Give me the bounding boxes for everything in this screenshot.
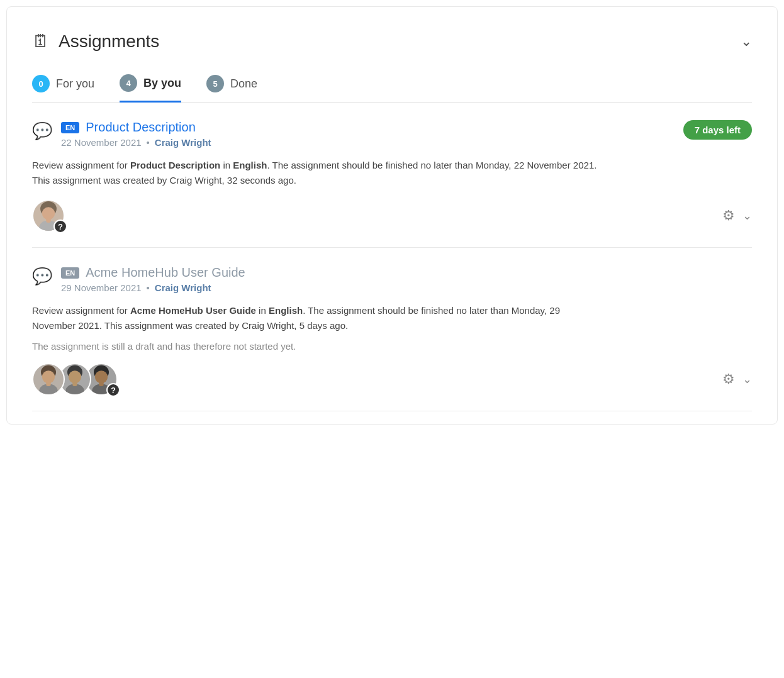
assignment-subtitle-2: 29 November 2021 • Craig Wright <box>61 282 245 293</box>
assignment-description-product: Review assignment for Product Descriptio… <box>32 158 598 188</box>
assignments-header: 🗓 Assignments ⌄ <box>32 19 752 64</box>
svg-point-17 <box>95 370 108 383</box>
calendar-icon: 🗓 <box>32 31 50 52</box>
avatar-question-mark: ? <box>53 220 67 233</box>
svg-point-12 <box>69 370 81 383</box>
svg-point-2 <box>42 207 55 220</box>
assignment-title-product-description[interactable]: Product Description <box>86 120 196 135</box>
tab-for-you-count: 0 <box>32 75 50 92</box>
tab-for-you-label: For you <box>56 77 94 91</box>
assignment-title-acme[interactable]: Acme HomeHub User Guide <box>86 265 245 280</box>
avatar-question-mark-2: ? <box>106 383 120 397</box>
tab-done-count: 5 <box>206 75 224 92</box>
svg-rect-4 <box>46 218 50 223</box>
comment-icon-2: 💬 <box>32 267 52 286</box>
tab-by-you[interactable]: 4 By you <box>120 74 181 103</box>
lang-badge-en: EN <box>61 122 79 133</box>
tab-by-you-label: By you <box>143 77 181 90</box>
tab-by-you-count: 4 <box>120 74 137 92</box>
assignment-date-2: 29 November 2021 <box>61 282 142 293</box>
assignment-list: 💬 EN Product Description 22 November 202… <box>32 103 752 411</box>
tab-done-label: Done <box>230 77 257 91</box>
lang-badge-en-2: EN <box>61 267 79 279</box>
expand-icon-2[interactable]: ⌄ <box>742 372 752 386</box>
assignment-item-acme-homehub: 💬 EN Acme HomeHub User Guide 29 November… <box>32 248 752 411</box>
expand-icon[interactable]: ⌄ <box>742 209 752 223</box>
page-title: Assignments <box>59 31 159 52</box>
assignment-avatars: ? <box>32 199 65 232</box>
tab-for-you[interactable]: 0 For you <box>32 75 94 101</box>
assignment-author[interactable]: Craig Wright <box>155 137 211 148</box>
days-left-badge: 7 days left <box>683 120 752 140</box>
tab-done[interactable]: 5 Done <box>206 75 257 101</box>
assignment-description-acme: Review assignment for Acme HomeHub User … <box>32 303 598 333</box>
draft-note: The assignment is still a draft and has … <box>32 341 752 352</box>
avatar-2-1 <box>32 363 65 396</box>
settings-icon-2[interactable]: ⚙ <box>722 371 735 387</box>
assignment-date: 22 November 2021 <box>61 137 142 148</box>
comment-icon: 💬 <box>32 121 52 141</box>
avatar-image-2-1 <box>32 363 65 396</box>
assignment-actions-2: ⚙ ⌄ <box>722 371 752 387</box>
svg-point-7 <box>42 370 55 383</box>
svg-rect-9 <box>46 382 50 386</box>
svg-rect-19 <box>99 382 103 386</box>
assignment-avatars-2: ? <box>32 363 118 396</box>
collapse-button[interactable]: ⌄ <box>741 33 752 50</box>
tabs-bar: 0 For you 4 By you 5 Done <box>32 64 752 103</box>
assignment-subtitle: 22 November 2021 • Craig Wright <box>61 137 211 148</box>
avatar-1: ? <box>32 199 65 232</box>
svg-rect-14 <box>72 382 77 386</box>
assignment-actions: ⚙ ⌄ <box>722 208 752 224</box>
assignment-item-product-description: 💬 EN Product Description 22 November 202… <box>32 103 752 248</box>
settings-icon[interactable]: ⚙ <box>722 208 735 224</box>
assignment-author-2[interactable]: Craig Wright <box>155 282 211 293</box>
